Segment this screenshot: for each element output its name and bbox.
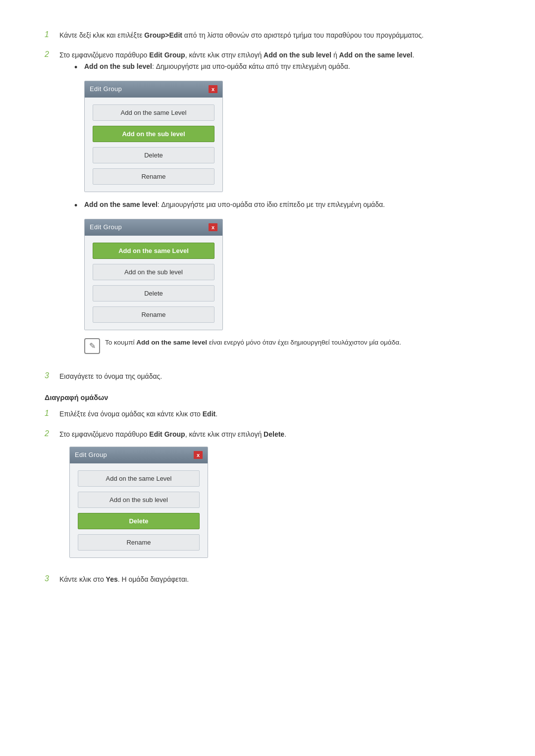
- dialog-3-close-button[interactable]: x: [194, 451, 203, 459]
- dialog-2-add-sub-level-button[interactable]: Add on the sub level: [93, 264, 214, 280]
- dialog-2-close-button[interactable]: x: [209, 223, 217, 231]
- bullet-sub-level-text: Add on the sub level: Δημιουργήστε μια υ…: [84, 61, 490, 72]
- delete-step-3-text: Κάντε κλικ στο Yes. Η ομάδα διαγράφεται.: [59, 574, 490, 585]
- note-text: Το κουμπί Add on the same level είναι εν…: [105, 337, 401, 348]
- step-3-text: Εισαγάγετε το όνομα της ομάδας.: [59, 371, 490, 382]
- bullet-sub-level-section: • Add on the sub level: Δημιουργήστε μια…: [74, 61, 490, 354]
- dialog-1-body: Add on the same Level Add on the sub lev…: [85, 98, 222, 192]
- dialog-3-delete-button[interactable]: Delete: [78, 513, 200, 529]
- dialog-3-wrapper: Edit Group x Add on the same Level Add o…: [69, 447, 490, 558]
- dialog-2-delete-button[interactable]: Delete: [93, 285, 214, 302]
- dialog-1-add-same-level-button[interactable]: Add on the same Level: [93, 104, 214, 121]
- dialog-2-wrapper: Edit Group x Add on the same Level Add o…: [84, 219, 490, 330]
- step-1-text: Κάντε δεξί κλικ και επιλέξτε Group>Edit …: [59, 30, 490, 41]
- delete-step-2-text: Στο εμφανιζόμενο παράθυρο Edit Group, κά…: [59, 429, 490, 565]
- note-box: ✎ Το κουμπί Add on the same level είναι …: [84, 337, 490, 354]
- dialog-3-body: Add on the same Level Add on the sub lev…: [70, 463, 208, 557]
- step-number-3: 3: [45, 371, 59, 380]
- step-number-2: 2: [45, 50, 59, 59]
- bullet-dot-2: •: [74, 200, 84, 212]
- dialog-1-rename-button[interactable]: Rename: [93, 168, 214, 185]
- bullet-dot-1: •: [74, 61, 84, 74]
- delete-step-number-2: 2: [45, 429, 59, 438]
- dialog-1-add-sub-level-button[interactable]: Add on the sub level: [93, 126, 214, 142]
- step-2-text: Στο εμφανιζόμενο παράθυρο Edit Group, κά…: [59, 50, 490, 361]
- dialog-2-body: Add on the same Level Add on the sub lev…: [85, 236, 222, 330]
- note-icon: ✎: [84, 338, 100, 354]
- bullet-same-level: • Add on the same level: Δημιουργήστε μι…: [74, 199, 490, 212]
- dialog-2-title: Edit Group: [90, 222, 122, 233]
- step-1: 1 Κάντε δεξί κλικ και επιλέξτε Group>Edi…: [45, 30, 490, 41]
- dialog-3-add-same-level-button[interactable]: Add on the same Level: [78, 470, 200, 487]
- dialog-3: Edit Group x Add on the same Level Add o…: [69, 447, 208, 558]
- dialog-1: Edit Group x Add on the same Level Add o…: [84, 81, 223, 192]
- delete-step-number-1: 1: [45, 408, 59, 418]
- delete-step-3: 3 Κάντε κλικ στο Yes. Η ομάδα διαγράφετα…: [45, 574, 490, 585]
- bullet-same-level-text: Add on the same level: Δημιουργήστε μια …: [84, 199, 490, 210]
- dialog-3-add-sub-level-button[interactable]: Add on the sub level: [78, 492, 200, 508]
- dialog-1-close-button[interactable]: x: [209, 85, 217, 93]
- delete-section-heading: Διαγραφή ομάδων: [45, 394, 490, 402]
- dialog-1-titlebar: Edit Group x: [85, 81, 222, 98]
- dialog-1-delete-button[interactable]: Delete: [93, 147, 214, 163]
- dialog-3-title: Edit Group: [75, 450, 107, 460]
- dialog-2-rename-button[interactable]: Rename: [93, 306, 214, 323]
- dialog-3-titlebar: Edit Group x: [70, 447, 208, 463]
- step-number-1: 1: [45, 30, 59, 39]
- delete-step-1-text: Επιλέξτε ένα όνομα ομάδας και κάντε κλικ…: [59, 408, 490, 419]
- dialog-2: Edit Group x Add on the same Level Add o…: [84, 219, 223, 330]
- dialog-1-title: Edit Group: [90, 84, 122, 95]
- step-2: 2 Στο εμφανιζόμενο παράθυρο Edit Group, …: [45, 50, 490, 361]
- main-content: 1 Κάντε δεξί κλικ και επιλέξτε Group>Edi…: [45, 30, 490, 585]
- delete-step-1: 1 Επιλέξτε ένα όνομα ομάδας και κάντε κλ…: [45, 408, 490, 419]
- dialog-3-rename-button[interactable]: Rename: [78, 534, 200, 551]
- dialog-2-titlebar: Edit Group x: [85, 219, 222, 236]
- dialog-2-add-same-level-button[interactable]: Add on the same Level: [93, 243, 214, 259]
- dialog-1-wrapper: Edit Group x Add on the same Level Add o…: [84, 81, 490, 192]
- delete-step-number-3: 3: [45, 574, 59, 583]
- bullet-sub-level: • Add on the sub level: Δημιουργήστε μια…: [74, 61, 490, 74]
- delete-step-2: 2 Στο εμφανιζόμενο παράθυρο Edit Group, …: [45, 429, 490, 565]
- step-3: 3 Εισαγάγετε το όνομα της ομάδας.: [45, 371, 490, 382]
